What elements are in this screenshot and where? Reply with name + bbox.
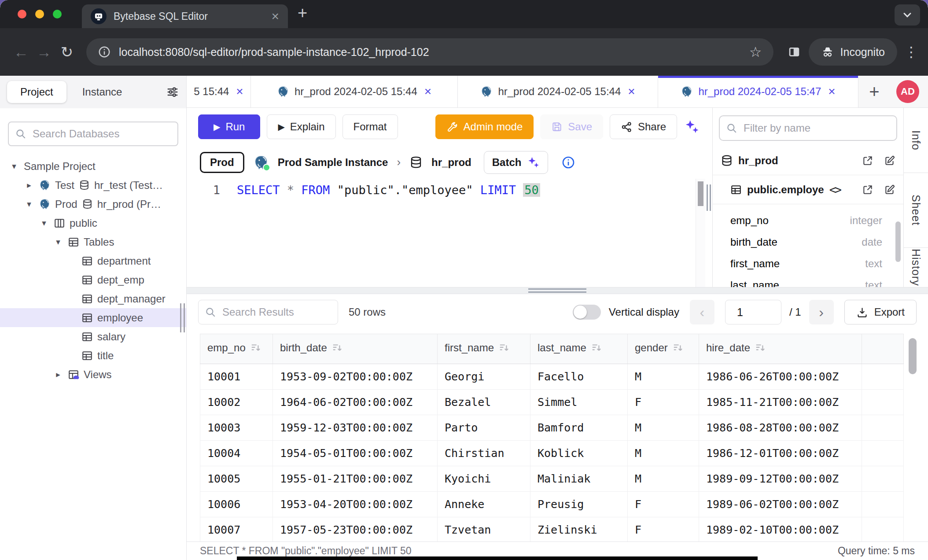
- zoom-window-button[interactable]: [53, 10, 62, 18]
- search-icon: [205, 306, 216, 318]
- close-tab-icon[interactable]: [271, 10, 279, 23]
- tree-item-table-employee[interactable]: employee: [0, 308, 186, 327]
- database-name[interactable]: hr_prod: [431, 156, 471, 169]
- sheet-tab-4-active[interactable]: hr_prod 2024-02-05 15:47: [658, 76, 858, 107]
- column-header-hire-date[interactable]: hire_date: [699, 334, 862, 364]
- browser-tab[interactable]: Bytebase SQL Editor: [82, 4, 288, 28]
- editor-toolbar: Run Explain Format Admin mode: [187, 108, 705, 146]
- format-button[interactable]: Format: [342, 114, 398, 139]
- next-page-button[interactable]: [809, 300, 834, 324]
- rail-tab-sheet[interactable]: Sheet: [904, 173, 928, 248]
- sheet-tab-1[interactable]: 5 15:44: [187, 76, 251, 107]
- postgres-icon: [681, 85, 693, 98]
- back-button[interactable]: [10, 44, 33, 61]
- close-sheet-icon[interactable]: [236, 85, 243, 98]
- tab-search-button[interactable]: [895, 4, 920, 26]
- vertical-display-toggle[interactable]: [573, 305, 601, 320]
- column-header-birth-date[interactable]: birth_date: [273, 334, 438, 364]
- sort-icon[interactable]: [498, 342, 510, 356]
- rail-tab-history[interactable]: History: [904, 248, 928, 287]
- filter-by-name-input[interactable]: [743, 122, 890, 135]
- share-button[interactable]: Share: [610, 114, 677, 139]
- new-tab-button[interactable]: [298, 4, 307, 22]
- rail-tab-info[interactable]: Info: [904, 108, 928, 173]
- column-row-first-name[interactable]: first_name text: [713, 253, 903, 274]
- page-number-input[interactable]: [725, 300, 781, 324]
- tree-item-project[interactable]: Sample Project: [0, 157, 186, 176]
- search-databases-input[interactable]: [32, 127, 171, 140]
- table-label: dept_manager: [97, 293, 166, 305]
- admin-mode-button[interactable]: Admin mode: [435, 114, 534, 139]
- close-window-button[interactable]: [18, 10, 26, 18]
- instance-name[interactable]: Prod Sample Instance: [278, 156, 388, 169]
- column-header-last-name[interactable]: last_name: [530, 334, 628, 364]
- tree-item-table-title[interactable]: title: [0, 346, 186, 365]
- tree-item-views-group[interactable]: Views: [0, 365, 186, 384]
- tree-item-hr-prod[interactable]: Prod hr_prod (Pr…: [0, 195, 186, 214]
- column-row-emp-no[interactable]: emp_no integer: [713, 210, 903, 231]
- column-header-emp-no[interactable]: emp_no: [200, 334, 273, 364]
- sql-editor[interactable]: 1 SELECT * FROM "public"."employee" LIMI…: [187, 179, 705, 287]
- reload-button[interactable]: [55, 43, 78, 61]
- sidebar-resize-handle[interactable]: [180, 303, 185, 332]
- tree-item-tables-group[interactable]: Tables: [0, 232, 186, 251]
- close-sheet-icon[interactable]: [628, 85, 635, 98]
- tree-item-table-salary[interactable]: salary: [0, 327, 186, 346]
- ai-sparkles-icon[interactable]: [685, 119, 700, 134]
- scrollbar-thumb[interactable]: [698, 181, 703, 206]
- close-sheet-icon[interactable]: [828, 85, 835, 98]
- cell: 10003: [200, 415, 273, 441]
- run-button[interactable]: Run: [198, 114, 260, 139]
- schema-scrollbar-thumb[interactable]: [895, 221, 901, 262]
- sheet-tab-2[interactable]: hr_prod 2024-02-05 15:44: [251, 76, 458, 107]
- address-bar[interactable]: localhost:8080/sql-editor/prod-sample-in…: [86, 38, 773, 66]
- code-icon[interactable]: [829, 183, 840, 196]
- tree-item-table-dept-manager[interactable]: dept_manager: [0, 289, 186, 308]
- explain-button[interactable]: Explain: [267, 114, 335, 139]
- sheet-tab-3[interactable]: hr_prod 2024-02-05 15:44: [458, 76, 658, 107]
- schema-database-row[interactable]: hr_prod: [713, 146, 903, 175]
- browser-menu-button[interactable]: [904, 44, 918, 60]
- tree-item-table-dept-emp[interactable]: dept_emp: [0, 270, 186, 289]
- schema-table-row[interactable]: public.employe: [713, 175, 903, 204]
- side-panel-icon[interactable]: [788, 45, 801, 59]
- bookmark-star-icon[interactable]: [749, 44, 762, 60]
- sort-icon[interactable]: [591, 342, 602, 356]
- open-external-icon[interactable]: [862, 155, 873, 166]
- previous-page-button[interactable]: [690, 300, 714, 324]
- filter-settings-icon[interactable]: [166, 85, 179, 99]
- horizontal-resize-handle[interactable]: [187, 287, 928, 294]
- user-avatar[interactable]: AD: [896, 80, 919, 103]
- editor-scrollbar[interactable]: [696, 179, 705, 287]
- results-scrollbar-thumb[interactable]: [909, 338, 917, 374]
- close-sheet-icon[interactable]: [424, 85, 431, 98]
- open-external-icon[interactable]: [862, 184, 873, 195]
- site-info-icon[interactable]: [98, 45, 111, 59]
- vertical-resize-handle[interactable]: [705, 108, 712, 287]
- column-row-last-name[interactable]: last_name text: [713, 274, 903, 287]
- forward-button[interactable]: [33, 44, 55, 61]
- column-header-first-name[interactable]: first_name: [438, 334, 530, 364]
- export-button[interactable]: Export: [844, 300, 917, 324]
- sort-icon[interactable]: [331, 342, 343, 356]
- search-results-input[interactable]: [221, 306, 331, 319]
- tree-item-hr-test[interactable]: Test hr_test (Test…: [0, 176, 186, 195]
- save-button[interactable]: Save: [540, 114, 603, 139]
- edit-icon[interactable]: [884, 184, 895, 195]
- tree-item-public-schema[interactable]: public: [0, 214, 186, 232]
- sort-icon[interactable]: [755, 342, 766, 356]
- tree-item-table-department[interactable]: department: [0, 251, 186, 270]
- sort-icon[interactable]: [672, 342, 684, 356]
- batch-button[interactable]: Batch: [484, 151, 549, 174]
- minimize-window-button[interactable]: [35, 10, 44, 18]
- info-icon[interactable]: [561, 155, 575, 169]
- schema-label: public: [70, 217, 97, 229]
- new-sheet-button[interactable]: [858, 76, 890, 107]
- edit-icon[interactable]: [884, 155, 895, 166]
- tab-instance[interactable]: Instance: [69, 81, 136, 103]
- schema-panel: hr_prod public.employe: [712, 108, 903, 287]
- sort-icon[interactable]: [250, 342, 261, 356]
- column-row-birth-date[interactable]: birth_date date: [713, 231, 903, 253]
- column-header-gender[interactable]: gender: [628, 334, 699, 364]
- tab-project[interactable]: Project: [7, 81, 66, 103]
